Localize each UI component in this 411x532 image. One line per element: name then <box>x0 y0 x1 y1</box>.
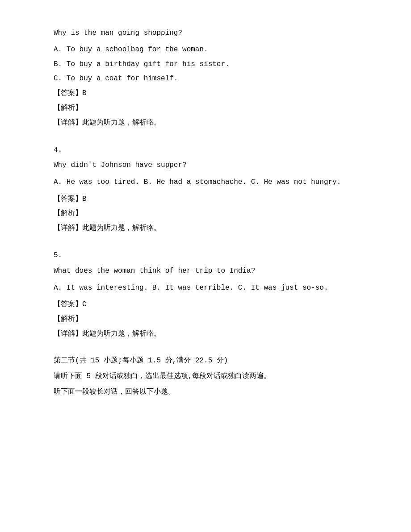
question-3-answer: 【答案】B <box>54 87 357 100</box>
question-5-text: What does the woman think of her trip to… <box>54 265 357 278</box>
question-5-number: 5. <box>54 249 357 262</box>
question-4-answer: 【答案】B <box>54 193 357 206</box>
question-3-analysis: 【解析】 <box>54 102 357 115</box>
question-4-detail: 【详解】此题为听力题，解析略。 <box>54 222 357 235</box>
question-5-answer: 【答案】C <box>54 298 357 311</box>
section-block: 第二节(共 15 小题;每小题 1.5 分,满分 22.5 分) 请听下面 5 … <box>54 354 357 398</box>
question-5-analysis: 【解析】 <box>54 313 357 326</box>
question-3-option-b: B. To buy a birthday gift for his sister… <box>54 58 357 71</box>
question-5-detail: 【详解】此题为听力题，解析略。 <box>54 328 357 341</box>
question-4-number: 4. <box>54 144 357 157</box>
section-instruction-2: 听下面一段较长对话，回答以下小题。 <box>54 386 357 399</box>
question-3-text: Why is the man going shopping? <box>54 27 357 40</box>
question-4: 4. Why didn't Johnson have supper? A. He… <box>54 144 357 235</box>
question-3-option-a: A. To buy a schoolbag for the woman. <box>54 43 357 56</box>
question-4-options: A. He was too tired. B. He had a stomach… <box>54 175 357 189</box>
question-4-text: Why didn't Johnson have supper? <box>54 159 357 172</box>
question-3-detail: 【详解】此题为听力题，解析略。 <box>54 116 357 129</box>
question-3-option-c: C. To buy a coat for himself. <box>54 72 357 85</box>
question-5: 5. What does the woman think of her trip… <box>54 249 357 340</box>
question-5-options: A. It was interesting. B. It was terribl… <box>54 281 357 295</box>
question-4-analysis: 【解析】 <box>54 207 357 220</box>
section-heading: 第二节(共 15 小题;每小题 1.5 分,满分 22.5 分) <box>54 354 357 367</box>
question-3: Why is the man going shopping? A. To buy… <box>54 27 357 129</box>
section-instruction-1: 请听下面 5 段对话或独白，选出最佳选项,每段对话或独白读两遍。 <box>54 370 357 383</box>
